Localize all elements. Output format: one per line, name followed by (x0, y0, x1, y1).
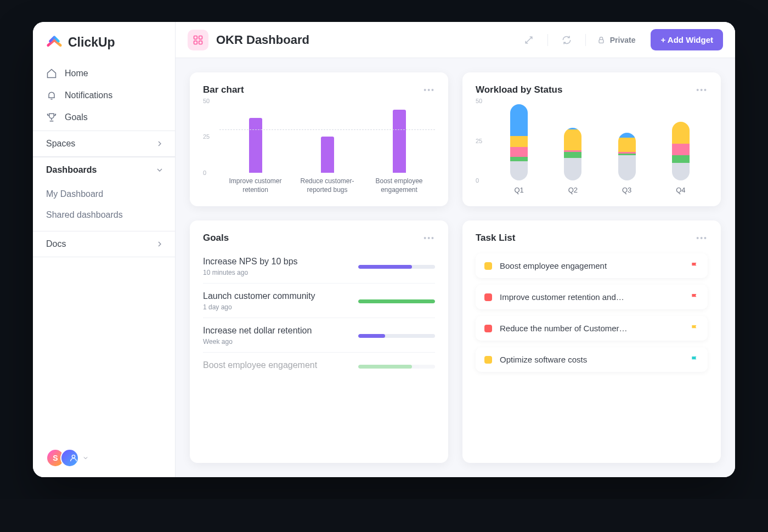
bar[interactable] (393, 110, 406, 173)
bar-segment (510, 157, 528, 162)
y-tick: 25 (203, 133, 210, 140)
home-icon (46, 68, 57, 79)
x-label: Q1 (492, 186, 546, 194)
chevron-down-icon (155, 166, 164, 174)
bar-segment (510, 161, 528, 180)
x-label: Q4 (654, 186, 708, 194)
nav-label: Home (65, 69, 88, 78)
y-tick: 50 (203, 98, 210, 104)
status-square (484, 325, 492, 332)
progress-fill (358, 265, 412, 269)
add-widget-button[interactable]: + Add Widget (651, 29, 723, 50)
divider (547, 34, 548, 46)
bar-segment (618, 133, 636, 138)
svg-rect-2 (199, 36, 202, 39)
task-row[interactable]: Reduce the number of Customer… (476, 316, 708, 341)
workload-chart-body: 02550 Q1Q2Q3Q4 (476, 101, 708, 194)
widget-menu-button[interactable]: ••• (696, 234, 708, 242)
goal-row[interactable]: Increase net dollar retention Week ago (203, 318, 435, 353)
visibility-toggle[interactable]: Private (597, 36, 636, 44)
task-row[interactable]: Improve customer retention and… (476, 285, 708, 309)
primary-nav: Home Notifications Goals (33, 60, 175, 131)
svg-rect-3 (194, 41, 197, 44)
sidebar: ClickUp Home Notifications Goals Spaces … (33, 22, 176, 477)
goal-title: Boost employee engagement (203, 360, 348, 370)
dashboard-icon (193, 35, 204, 46)
bar-segment (672, 144, 690, 155)
refresh-button[interactable] (559, 32, 574, 48)
widget-title: Goals (203, 233, 229, 244)
goal-timestamp: Week ago (203, 338, 348, 346)
section-label: Spaces (46, 139, 75, 149)
lock-icon (597, 36, 606, 44)
widget-menu-button[interactable]: ••• (696, 86, 708, 94)
widget-title: Task List (476, 233, 515, 244)
bar-segment (672, 155, 690, 163)
reference-line (219, 129, 435, 130)
goal-title: Increase NPS by 10 bps (203, 257, 348, 267)
sidebar-item-my-dashboard[interactable]: My Dashboard (33, 184, 175, 205)
nav-label: Notifications (65, 90, 112, 100)
goals-list: Increase NPS by 10 bps 10 minutes ago La… (203, 249, 435, 379)
sidebar-section-docs[interactable]: Docs (33, 231, 175, 257)
stacked-bar[interactable] (618, 133, 636, 180)
y-tick: 50 (476, 98, 482, 104)
bar[interactable] (249, 118, 262, 172)
sidebar-section-spaces[interactable]: Spaces (33, 131, 175, 157)
bell-icon (46, 90, 57, 101)
section-label: Dashboards (46, 165, 97, 175)
flag-icon (690, 355, 699, 364)
y-tick: 25 (476, 138, 482, 144)
widget-title: Bar chart (203, 84, 244, 95)
y-tick: 0 (476, 177, 479, 184)
goal-timestamp: 10 minutes ago (203, 269, 348, 276)
bar-segment (510, 104, 528, 136)
flag-icon (690, 324, 699, 333)
task-row[interactable]: Boost employee engagement (476, 253, 708, 278)
widget-bar-chart: Bar chart ••• 02550 Improve customer ret… (190, 72, 448, 206)
visibility-label: Private (610, 36, 636, 44)
progress-fill (358, 365, 412, 369)
task-row[interactable]: Optimize software costs (476, 347, 708, 372)
nav-goals[interactable]: Goals (33, 106, 175, 128)
x-label: Reduce customer-reported bugs (291, 177, 363, 194)
goal-row[interactable]: Launch customer community 1 day ago (203, 284, 435, 318)
stacked-bar[interactable] (510, 104, 528, 180)
stacked-bar[interactable] (672, 122, 690, 180)
user-icon (69, 453, 78, 463)
expand-button[interactable] (521, 32, 537, 48)
widget-menu-button[interactable]: ••• (423, 86, 435, 94)
goal-row[interactable]: Increase NPS by 10 bps 10 minutes ago (203, 249, 435, 284)
bar[interactable] (321, 137, 334, 172)
sidebar-item-shared-dashboards[interactable]: Shared dashboards (33, 205, 175, 225)
brand-logo[interactable]: ClickUp (33, 22, 175, 60)
bar-segment (510, 136, 528, 147)
nav-home[interactable]: Home (33, 63, 175, 84)
bar-segment (564, 152, 581, 159)
task-name: Reduce the number of Customer… (500, 324, 682, 333)
svg-rect-1 (194, 36, 197, 39)
avatar (60, 449, 79, 467)
sidebar-section-dashboards[interactable]: Dashboards (33, 157, 175, 183)
y-tick: 0 (203, 169, 206, 176)
clickup-logo-icon (46, 34, 63, 50)
goal-title: Launch customer community (203, 291, 348, 301)
nav-notifications[interactable]: Notifications (33, 84, 175, 106)
stacked-bar[interactable] (564, 128, 581, 180)
widget-title: Workload by Status (476, 84, 562, 95)
progress-bar (358, 365, 435, 369)
status-square (484, 262, 492, 270)
task-name: Boost employee engagement (500, 261, 682, 270)
widget-menu-button[interactable]: ••• (423, 234, 435, 242)
chevron-down-icon (82, 455, 89, 461)
bar-segment (672, 122, 690, 144)
main-area: OKR Dashboard Private + Add Widget Bar c… (176, 22, 735, 477)
user-avatar-stack[interactable]: S (33, 439, 175, 477)
x-label: Boost employee engagement (363, 177, 435, 194)
topbar: OKR Dashboard Private + Add Widget (176, 22, 735, 58)
progress-bar (358, 334, 435, 338)
goal-row[interactable]: Boost employee engagement (203, 353, 435, 379)
status-square (484, 293, 492, 301)
svg-rect-4 (199, 41, 202, 44)
flag-icon (690, 262, 699, 270)
